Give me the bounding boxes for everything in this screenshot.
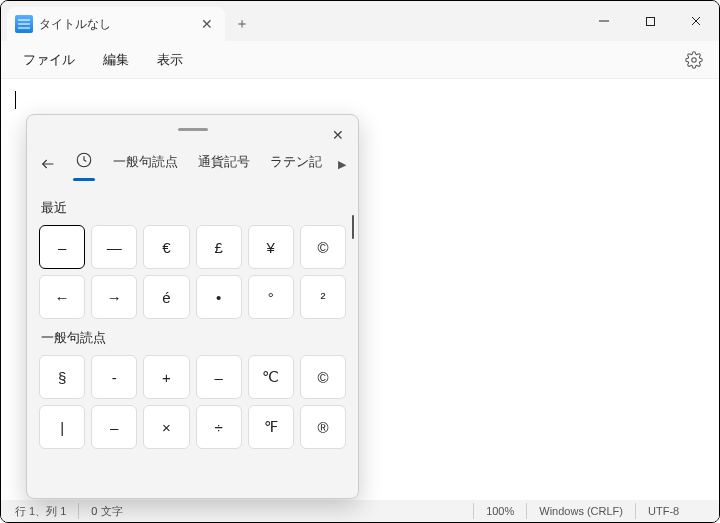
panel-close-button[interactable]: ✕ [324,121,352,149]
symbol-key[interactable]: → [91,275,137,319]
symbol-key[interactable]: + [143,355,189,399]
settings-button[interactable] [679,45,709,75]
title-bar: タイトルなし ✕ ＋ [1,1,719,41]
svg-rect-1 [646,17,654,25]
grid-recent: –—€£¥©←→é•°² [39,225,346,319]
symbol-key[interactable]: | [39,405,85,449]
tab-title: タイトルなし [39,16,189,33]
symbol-key[interactable]: © [300,225,346,269]
panel-tab-bar: 一般句読点 通貨記号 ラテン記 ▶ [27,133,358,189]
symbol-key[interactable]: - [91,355,137,399]
symbol-key[interactable]: ← [39,275,85,319]
panel-back-button[interactable] [35,151,61,177]
menu-file[interactable]: ファイル [11,45,87,75]
symbol-key[interactable]: ° [248,275,294,319]
close-window-button[interactable] [673,1,719,41]
symbol-key[interactable]: ² [300,275,346,319]
svg-point-4 [692,57,697,62]
panel-tab-general-punct[interactable]: 一般句読点 [107,147,184,181]
symbol-key[interactable]: ® [300,405,346,449]
panel-body: 最近 –—€£¥©←→é•°² 一般句読点 §-+–℃©|–×÷℉® [27,189,358,498]
section-recent-label: 最近 [41,199,346,217]
panel-tabs-more[interactable]: ▶ [336,158,348,171]
symbol-key[interactable]: © [300,355,346,399]
symbol-key[interactable]: ¥ [248,225,294,269]
status-line-ending[interactable]: Windows (CRLF) [526,503,635,519]
grid-general: §-+–℃©|–×÷℉® [39,355,346,449]
gear-icon [685,51,703,69]
symbol-key[interactable]: ℃ [248,355,294,399]
menu-bar: ファイル 編集 表示 [1,41,719,79]
symbol-key[interactable]: ℉ [248,405,294,449]
panel-tab-currency[interactable]: 通貨記号 [192,147,256,181]
panel-tab-recent[interactable] [69,145,99,183]
symbol-key[interactable]: × [143,405,189,449]
symbol-key[interactable]: – [196,355,242,399]
symbol-key[interactable]: § [39,355,85,399]
status-encoding[interactable]: UTF-8 [635,503,719,519]
status-char-count: 0 文字 [78,503,134,519]
status-bar: 行 1、列 1 0 文字 100% Windows (CRLF) UTF-8 [1,500,719,522]
menu-view[interactable]: 表示 [145,45,195,75]
symbol-key[interactable]: é [143,275,189,319]
symbol-key[interactable]: £ [196,225,242,269]
menu-edit[interactable]: 編集 [91,45,141,75]
symbol-panel: ✕ 一般句読点 通貨記号 ラテン記 ▶ 最近 –—€£¥©←→é•°² 一般句読… [26,114,359,499]
status-position: 行 1、列 1 [1,503,78,519]
close-tab-button[interactable]: ✕ [195,12,219,36]
symbol-key[interactable]: – [91,405,137,449]
symbol-key[interactable]: ÷ [196,405,242,449]
text-caret [15,91,16,109]
symbol-key[interactable]: € [143,225,189,269]
panel-scrollbar[interactable] [352,215,354,239]
arrow-left-icon [40,156,56,172]
document-tab[interactable]: タイトルなし ✕ [7,7,225,41]
status-zoom[interactable]: 100% [473,503,526,519]
symbol-key[interactable]: — [91,225,137,269]
symbol-key[interactable]: • [196,275,242,319]
section-general-label: 一般句読点 [41,329,346,347]
symbol-key[interactable]: – [39,225,85,269]
notepad-icon [15,15,33,33]
panel-drag-handle[interactable] [27,115,358,133]
panel-tab-latin[interactable]: ラテン記 [264,147,328,181]
maximize-button[interactable] [627,1,673,41]
minimize-button[interactable] [581,1,627,41]
clock-icon [75,151,93,169]
new-tab-button[interactable]: ＋ [225,7,259,41]
